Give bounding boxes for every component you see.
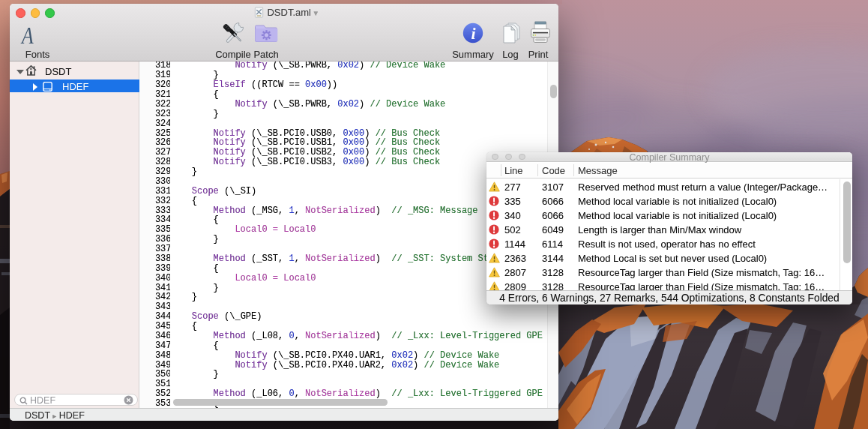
svg-text:i: i — [471, 24, 476, 43]
